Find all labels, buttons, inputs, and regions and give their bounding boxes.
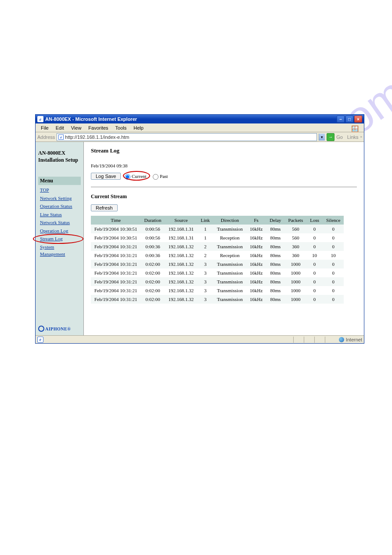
sidebar-item-stream-log[interactable]: Stream Log <box>38 235 81 243</box>
refresh-button[interactable]: Refresh <box>91 204 118 211</box>
titlebar: e AN-8000EX - Microsoft Internet Explore… <box>36 115 364 123</box>
cell-loss: 0 <box>306 242 323 251</box>
cell-fs: 16kHz <box>246 268 266 277</box>
address-input[interactable] <box>65 134 315 140</box>
cell-source: 192.168.1.31 <box>165 225 198 233</box>
maximize-button[interactable]: □ <box>345 116 353 123</box>
cell-loss: 0 <box>306 286 323 295</box>
menu-favorites[interactable]: Favorites <box>85 124 111 131</box>
col-silence: Silence <box>323 216 344 225</box>
cell-packets: 360 <box>285 242 307 251</box>
col-fs: Fs <box>246 216 266 225</box>
cell-packets: 1000 <box>285 260 307 268</box>
sidebar: AN-8000EX Installation Setup Menu TOP Ne… <box>36 142 84 335</box>
globe-icon <box>339 337 344 342</box>
cell-source: 192.168.1.32 <box>165 295 198 304</box>
cell-direction: Transmission <box>213 286 246 295</box>
page-icon: e <box>37 337 43 343</box>
cell-fs: 16kHz <box>246 286 266 295</box>
sidebar-item-operation-log[interactable]: Operation Log <box>38 227 81 235</box>
cell-direction: Transmission <box>213 295 246 304</box>
cell-duration: 0:00:36 <box>140 251 165 260</box>
cell-direction: Transmission <box>213 260 246 268</box>
sidebar-item-network-setting[interactable]: Network Setting <box>38 194 81 203</box>
radio-current[interactable]: Current <box>125 174 147 179</box>
cell-silence: 0 <box>323 295 344 304</box>
cell-delay: 80ms <box>266 268 284 277</box>
sidebar-title: AN-8000EX Installation Setup <box>38 150 81 163</box>
windows-flag-icon: 🪟 <box>348 124 362 133</box>
menu-file[interactable]: File <box>37 124 52 131</box>
cell-delay: 80ms <box>266 295 284 304</box>
cell-source: 192.168.1.32 <box>165 260 198 268</box>
cell-silence: 0 <box>323 277 344 286</box>
radio-past[interactable]: Past <box>153 174 168 179</box>
cell-source: 192.168.1.32 <box>165 268 198 277</box>
table-row: Feb/19/2004 10:31:210:02:00192.168.1.323… <box>91 277 344 286</box>
menu-tools[interactable]: Tools <box>112 124 130 131</box>
cell-fs: 16kHz <box>246 233 266 242</box>
sidebar-item-system-management[interactable]: System Management <box>38 243 81 258</box>
cell-packets: 560 <box>285 225 307 233</box>
cell-silence: 0 <box>323 260 344 268</box>
status-zone: Internet <box>339 337 362 342</box>
cell-packets: 1000 <box>285 268 307 277</box>
col-loss: Loss <box>306 216 323 225</box>
cell-fs: 16kHz <box>246 260 266 268</box>
table-row: Feb/19/2004 10:31:210:00:36192.168.1.322… <box>91 251 344 260</box>
cell-source: 192.168.1.32 <box>165 277 198 286</box>
radio-past-input[interactable] <box>153 174 158 180</box>
cell-source: 192.168.1.32 <box>165 251 198 260</box>
cell-silence: 10 <box>323 251 344 260</box>
cell-direction: Transmission <box>213 268 246 277</box>
table-row: Feb/19/2004 10:31:210:02:00192.168.1.323… <box>91 260 344 268</box>
address-dropdown[interactable]: ▾ <box>319 134 325 141</box>
cell-fs: 16kHz <box>246 251 266 260</box>
cell-time: Feb/19/2004 10:30:51 <box>91 225 140 233</box>
sidebar-item-network-status[interactable]: Network Status <box>38 218 81 227</box>
cell-delay: 80ms <box>266 277 284 286</box>
col-time: Time <box>91 216 140 225</box>
cell-duration: 0:02:00 <box>140 260 165 268</box>
menu-edit[interactable]: Edit <box>52 124 68 131</box>
window-title: AN-8000EX - Microsoft Internet Explorer <box>45 116 137 122</box>
table-row: Feb/19/2004 10:31:210:00:36192.168.1.322… <box>91 242 344 251</box>
sidebar-item-top[interactable]: TOP <box>38 186 81 194</box>
cell-loss: 0 <box>306 260 323 268</box>
minimize-button[interactable]: – <box>337 116 345 123</box>
links-label[interactable]: Links <box>347 134 359 140</box>
radio-current-input[interactable] <box>125 174 130 180</box>
cell-delay: 80ms <box>266 286 284 295</box>
main-panel: Stream Log Feb/19/2004 09:38 Log Save Cu… <box>84 142 364 335</box>
cell-loss: 0 <box>306 268 323 277</box>
cell-link: 1 <box>197 233 213 242</box>
address-label: Address <box>37 134 55 140</box>
sidebar-item-operation-status[interactable]: Operation Status <box>38 202 81 210</box>
status-cell <box>304 337 314 343</box>
content: AN-8000EX Installation Setup Menu TOP Ne… <box>36 142 364 335</box>
links-chevron-icon[interactable]: » <box>360 135 362 139</box>
cell-loss: 10 <box>306 251 323 260</box>
cell-loss: 0 <box>306 225 323 233</box>
address-box: e <box>57 133 317 141</box>
cell-loss: 0 <box>306 233 323 242</box>
cell-silence: 0 <box>323 268 344 277</box>
close-button[interactable]: × <box>354 116 362 123</box>
go-button[interactable]: → <box>327 133 334 141</box>
status-zone-label: Internet <box>346 337 362 342</box>
address-bar: Address e ▾ → Go Links » <box>36 132 364 142</box>
log-save-button[interactable]: Log Save <box>91 173 121 180</box>
cell-time: Feb/19/2004 10:31:21 <box>91 295 140 304</box>
table-header-row: Time Duration Source Link Direction Fs D… <box>91 216 344 225</box>
cell-duration: 0:00:56 <box>140 225 165 233</box>
cell-silence: 0 <box>323 286 344 295</box>
radio-current-label: Current <box>132 174 147 179</box>
stream-table: Time Duration Source Link Direction Fs D… <box>91 216 344 304</box>
go-label: Go <box>336 134 343 140</box>
cell-fs: 16kHz <box>246 277 266 286</box>
cell-direction: Transmission <box>213 277 246 286</box>
menu-help[interactable]: Help <box>130 124 147 131</box>
cell-link: 3 <box>197 286 213 295</box>
sidebar-item-line-status[interactable]: Line Status <box>38 210 81 219</box>
menu-view[interactable]: View <box>68 124 85 131</box>
